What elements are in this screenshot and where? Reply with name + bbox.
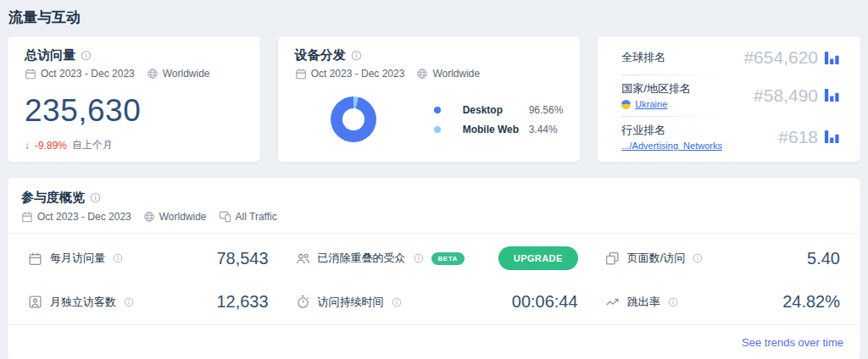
device-distribution-date-range: Oct 2023 - Dec 2023 [311, 68, 405, 80]
calendar-icon [25, 68, 36, 80]
calendar-icon [295, 68, 307, 80]
upgrade-button[interactable]: UPGRADE [498, 246, 578, 270]
industry-rank-value: #618 [778, 127, 818, 147]
page-title: 流量与互动 [0, 0, 868, 36]
total-visits-region: Worldwide [163, 68, 210, 80]
info-icon[interactable] [81, 50, 92, 61]
total-visits-value: 235,630 [25, 93, 243, 129]
engagement-date-range: Oct 2023 - Dec 2023 [37, 211, 131, 223]
visit-duration-label: 访问持续时间 [318, 295, 384, 310]
change-down-arrow-icon: ↓ [25, 140, 30, 152]
country-rank-link[interactable]: Ukraine [635, 99, 667, 109]
deduplicated-audience-label: 已消除重叠的受众 [318, 251, 406, 266]
calendar-icon [21, 211, 33, 223]
info-icon[interactable] [392, 297, 402, 307]
monthly-unique-visitors-value: 12,633 [216, 292, 268, 312]
global-rank-row: 全球排名 #654,620 [621, 41, 840, 75]
pages-per-visit-value: 5.40 [807, 249, 840, 268]
industry-rank-link[interactable]: .../Advertising_Networks [621, 141, 722, 151]
beta-badge: BETA [431, 252, 465, 265]
pages-per-visit-label: 页面数/访问 [627, 251, 686, 266]
rank-bars-icon [824, 50, 840, 66]
engagement-region: Worldwide [159, 211, 207, 223]
monthly-visits-value: 78,543 [216, 249, 268, 268]
global-rank-label: 全球排名 [621, 50, 665, 65]
metric-deduplicated-audience: 已消除重叠的受众 BETA UPGRADE [282, 240, 592, 277]
country-rank-value: #58,490 [754, 86, 818, 106]
total-visits-title: 总访问量 [25, 47, 75, 64]
legend-item-mobile-web: Mobile Web 3.44% [434, 124, 564, 135]
info-icon[interactable] [124, 297, 134, 307]
ukraine-flag-icon [621, 100, 631, 109]
industry-rank-label: 行业排名 [621, 123, 722, 138]
industry-rank-row: 行业排名 .../Advertising_Networks #618 [621, 116, 840, 157]
stopwatch-icon [296, 295, 310, 309]
country-rank-label: 国家/地区排名 [621, 81, 691, 97]
info-icon[interactable] [693, 253, 703, 263]
info-icon[interactable] [113, 253, 123, 263]
engagement-traffic-filter: All Traffic [236, 211, 277, 223]
people-icon [296, 251, 310, 266]
metric-bounce-rate: 跳出率 24.82% [592, 285, 854, 318]
mobile-web-legend-value: 3.44% [529, 124, 558, 135]
engagement-overview-card: 参与度概览 Oct 2023 - Dec 2023 Worldwide All … [7, 177, 861, 359]
see-trends-link[interactable]: See trends over time [742, 336, 843, 349]
metric-visit-duration: 访问持续时间 00:06:44 [282, 285, 592, 318]
metric-monthly-unique-visitors: 月独立访客数 12,633 [14, 285, 282, 318]
info-icon[interactable] [668, 297, 678, 307]
bounce-rate-icon [605, 295, 620, 309]
all-traffic-icon [219, 210, 231, 223]
rank-bars-icon [824, 87, 840, 103]
country-rank-row: 国家/地区排名 Ukraine #58,490 [621, 75, 840, 116]
monthly-visits-label: 每月访问量 [50, 251, 105, 266]
device-distribution-card: 设备分发 Oct 2023 - Dec 2023 Worldwide Deskt… [277, 36, 581, 163]
desktop-legend-dot [434, 107, 441, 113]
calendar-icon [28, 251, 42, 266]
rankings-card: 全球排名 #654,620 国家/地区排名 Ukraine #58,490 [597, 36, 861, 163]
visitor-icon [28, 295, 42, 309]
legend-item-desktop: Desktop 96.56% [434, 104, 564, 116]
metric-pages-per-visit: 页面数/访问 5.40 [592, 240, 854, 277]
rank-bars-icon [824, 129, 840, 145]
bounce-rate-value: 24.82% [782, 292, 840, 312]
globe-icon [416, 68, 428, 80]
engagement-metrics-grid: 每月访问量 78,543 已消除重叠的受众 BETA UPGRADE 页面数/访… [8, 234, 860, 324]
total-visits-date-range: Oct 2023 - Dec 2023 [41, 68, 135, 80]
info-icon[interactable] [90, 192, 101, 203]
pages-icon [605, 251, 620, 266]
engagement-footer: See trends over time [8, 324, 860, 359]
total-visits-card: 总访问量 Oct 2023 - Dec 2023 Worldwide 235,6… [7, 36, 261, 163]
device-distribution-title: 设备分发 [295, 47, 346, 64]
engagement-title: 参与度概览 [21, 190, 85, 206]
total-visits-change: -9.89% [35, 140, 67, 152]
desktop-legend-label: Desktop [463, 104, 529, 116]
total-visits-change-caption: 自上个月 [72, 138, 113, 152]
device-donut-chart [331, 97, 376, 142]
device-distribution-region: Worldwide [432, 68, 480, 80]
metric-monthly-visits: 每月访问量 78,543 [14, 240, 282, 277]
global-rank-value: #654,620 [743, 47, 818, 68]
device-legend: Desktop 96.56% Mobile Web 3.44% [434, 104, 564, 135]
info-icon[interactable] [351, 50, 362, 61]
bounce-rate-label: 跳出率 [627, 295, 660, 310]
mobile-web-legend-dot [434, 126, 441, 133]
globe-icon [147, 68, 159, 80]
mobile-web-legend-label: Mobile Web [463, 124, 529, 135]
visit-duration-value: 00:06:44 [512, 292, 578, 312]
monthly-unique-visitors-label: 月独立访客数 [50, 295, 116, 310]
info-icon[interactable] [414, 253, 424, 263]
top-cards-row: 总访问量 Oct 2023 - Dec 2023 Worldwide 235,6… [7, 36, 861, 163]
globe-icon [143, 211, 155, 223]
desktop-legend-value: 96.56% [529, 104, 564, 116]
